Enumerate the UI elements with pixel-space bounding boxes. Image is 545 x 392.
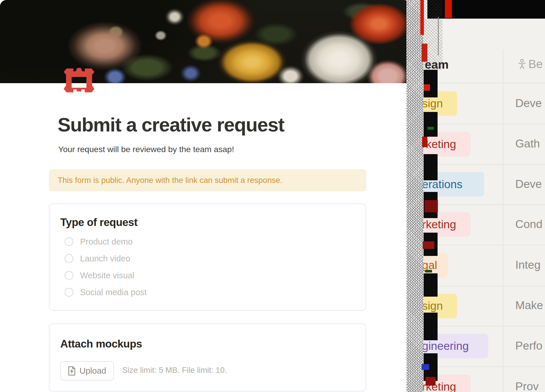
glitch-artifact-darkred [423,241,434,249]
glitch-artifact-block [424,313,438,340]
row-divider [423,286,545,286]
task-cell[interactable]: Perfo [515,339,542,352]
radio-circle-icon[interactable] [65,288,73,297]
row-divider [423,366,545,367]
radio-circle-icon[interactable] [65,271,73,280]
radio-option-launch-video[interactable]: Launch video [65,254,130,263]
glitch-artifact-line [438,17,439,55]
glitch-artifact-red [422,44,427,62]
glitch-artifact-blue [422,364,429,370]
radio-circle-icon[interactable] [65,254,73,263]
glitch-artifact-band [406,0,423,392]
column-header-assignee-label: Be [528,58,543,71]
glitch-artifact-block [424,70,438,97]
row-divider [423,124,545,124]
glitch-artifact-red [445,0,452,18]
glitch-artifact-green [425,270,432,272]
task-cell[interactable]: Integ [515,259,541,271]
radio-option-product-demo[interactable]: Product demo [65,237,133,247]
screenshot-root: { "form": { "logo_color": "#d9463c", "ti… [0,0,545,392]
glitch-artifact-darkred [426,377,436,386]
public-form-notice: This form is public. Anyone with the lin… [49,169,366,191]
glitch-artifact-red [420,0,424,35]
task-cell[interactable]: Gath [515,137,540,150]
row-divider [423,245,545,245]
glitch-artifact-block [424,154,438,180]
form-logo-icon [62,65,96,95]
task-cell[interactable]: Make [515,299,543,312]
glitch-artifact-red [424,84,430,91]
task-cell[interactable]: Deve [515,97,542,110]
question-card-type-of-request: Type of request Product demo Launch vide… [49,204,366,311]
radio-circle-icon[interactable] [65,237,73,246]
public-form-notice-text: This form is public. Anyone with the lin… [58,176,282,185]
glitch-artifact-block [424,273,438,297]
question-title: Attach mockups [60,338,142,350]
glitch-artifact-darkred [424,200,438,212]
row-divider [423,83,545,83]
radio-option-social-media-post[interactable]: Social media post [65,287,147,297]
person-icon [518,59,526,70]
glitch-artifact-red [422,137,427,147]
glitch-artifact-block [424,112,438,137]
row-divider [423,164,545,165]
form-subtitle: Your request will be reviewed by the tea… [58,145,234,154]
glitch-artifact-green [427,127,434,130]
upload-limits-hint: Size limit: 5 MB. File limit: 10. [122,362,227,379]
upload-button-label: Upload [79,366,106,376]
task-cell[interactable]: Prov [515,380,539,392]
row-divider [423,326,545,326]
question-title: Type of request [60,216,137,229]
upload-button[interactable]: Upload [60,361,114,380]
column-divider [503,49,503,392]
form-title: Submit a creative request [58,113,284,136]
file-upload-icon [68,366,76,376]
task-cell[interactable]: Cond [515,218,542,231]
radio-option-website-visual[interactable]: Website visual [65,270,134,280]
column-header-assignee[interactable]: Be [518,58,543,71]
question-card-attach-mockups: Attach mockups Upload Size limit: 5 MB. … [49,323,366,391]
task-cell[interactable]: Deve [515,178,542,190]
row-divider [423,204,545,205]
